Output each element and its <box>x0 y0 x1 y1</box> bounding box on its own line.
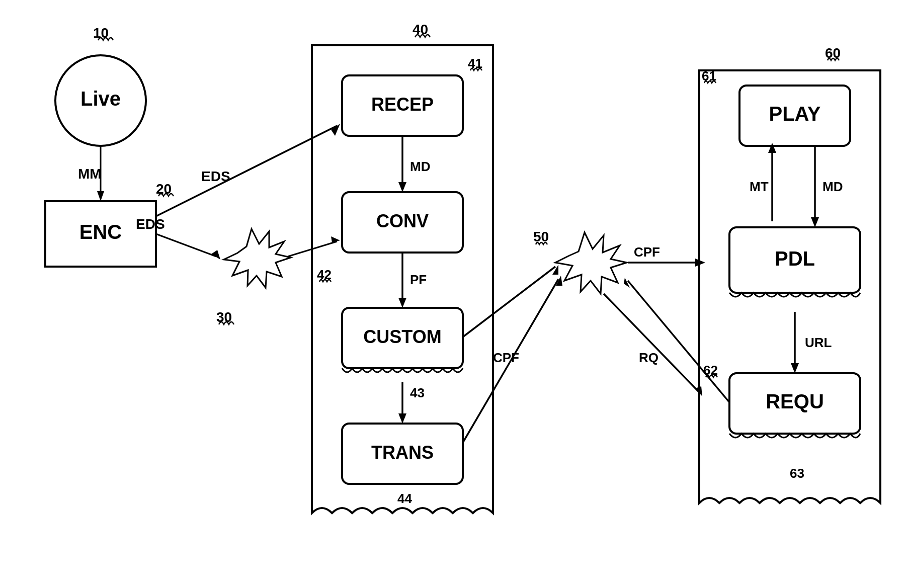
live-label: Live <box>80 88 121 110</box>
enc-label: ENC <box>79 221 122 243</box>
svg-marker-13 <box>398 413 406 424</box>
svg-marker-3 <box>211 250 220 260</box>
svg-marker-9 <box>398 182 406 192</box>
pf-label: PF <box>410 272 427 287</box>
label-63: 63 <box>790 466 804 481</box>
cpf1-label: CPF <box>634 244 660 260</box>
svg-marker-1 <box>97 191 104 201</box>
requ-label: REQU <box>766 390 824 412</box>
burst-node-30 <box>224 229 291 288</box>
svg-line-2 <box>156 234 216 257</box>
svg-line-4 <box>156 126 337 216</box>
svg-line-28 <box>463 267 555 337</box>
burst-node-50 <box>555 232 627 294</box>
md1-label: MD <box>410 159 430 174</box>
pdl-label: PDL <box>775 247 815 270</box>
svg-marker-21 <box>768 143 776 153</box>
rq-label: RQ <box>639 350 659 365</box>
cpf2-label: CPF <box>493 350 519 365</box>
label-40: 40 <box>413 22 428 37</box>
label-44: 44 <box>397 491 412 506</box>
recep-label: RECEP <box>371 94 434 115</box>
svg-marker-29 <box>552 265 558 275</box>
svg-marker-23 <box>811 217 819 227</box>
trans-label: TRANS <box>371 442 434 463</box>
svg-marker-7 <box>331 236 340 242</box>
svg-line-26 <box>628 281 729 402</box>
svg-marker-11 <box>398 298 406 308</box>
play-label: PLAY <box>769 103 820 125</box>
client-group <box>699 70 880 503</box>
diagram-container: 10 Live MM 20 ENC EDS 30 EDS <box>0 0 905 588</box>
mt-label: MT <box>750 179 769 194</box>
md2-label: MD <box>822 179 843 194</box>
eds2-label: EDS <box>136 216 165 232</box>
url-label: URL <box>805 335 832 350</box>
svg-marker-25 <box>791 363 799 373</box>
custom-label: CUSTOM <box>363 326 441 347</box>
conv-label: CONV <box>376 211 429 231</box>
mm-label: MM <box>78 166 102 182</box>
label-43: 43 <box>410 385 425 400</box>
